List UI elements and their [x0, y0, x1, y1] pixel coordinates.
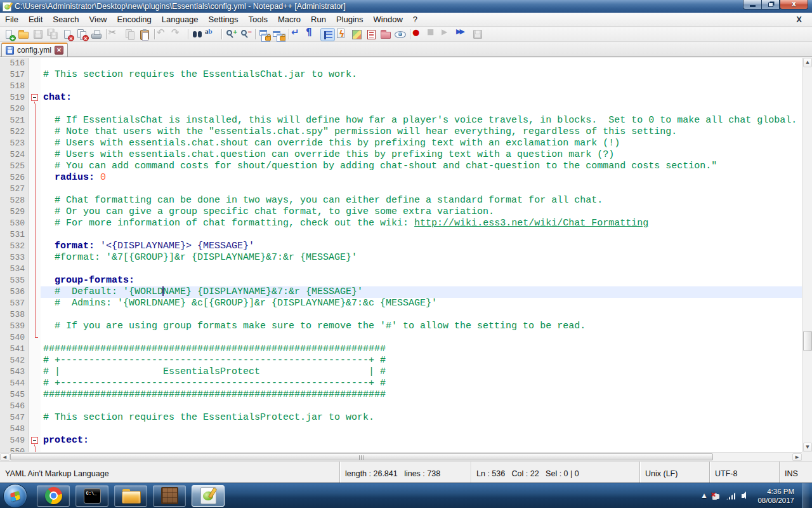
macro-save-button[interactable] — [471, 28, 485, 41]
code-line-549[interactable]: 549protect: — [0, 435, 802, 446]
code-line-529[interactable]: 529 # Or you can give a group specific c… — [0, 206, 802, 218]
new-file-button[interactable]: + — [2, 28, 16, 41]
document-map-button[interactable] — [350, 28, 364, 41]
menu-item-file[interactable]: File — [0, 13, 23, 26]
save-all-button[interactable] — [46, 28, 60, 41]
code-line-526[interactable]: 526 radius: 0 — [0, 172, 802, 184]
menu-item-settings[interactable]: Settings — [204, 13, 244, 26]
code-line-546[interactable]: 546 — [0, 401, 802, 412]
code-line-516[interactable]: 516 — [0, 58, 802, 69]
network-signal-icon[interactable] — [726, 492, 736, 500]
scroll-up-arrow[interactable]: ▲ — [803, 58, 812, 67]
document-close-button[interactable]: X — [792, 15, 806, 24]
code-line-547[interactable]: 547# This section requires the Essential… — [0, 412, 802, 424]
code-line-531[interactable]: 531 — [0, 229, 802, 241]
code-line-530[interactable]: 530 # For more information of chat forma… — [0, 218, 802, 229]
code-line-517[interactable]: 517# This section requires the Essential… — [0, 69, 802, 81]
code-line-548[interactable]: 548 — [0, 424, 802, 435]
code-line-527[interactable]: 527 — [0, 184, 802, 195]
close-all-button[interactable]: × — [75, 28, 89, 41]
code-line-532[interactable]: 532 format: '<{DISPLAYNAME}> {MESSAGE}' — [0, 241, 802, 252]
code-line-543[interactable]: 543# | EssentialsProtect | # — [0, 366, 802, 378]
clock[interactable]: 4:36 PM 08/08/2017 — [757, 487, 797, 505]
copy-button[interactable] — [123, 28, 138, 41]
code-line-534[interactable]: 534 — [0, 264, 802, 275]
code-line-522[interactable]: 522 # Note that users with the "essentia… — [0, 126, 802, 138]
volume-icon[interactable] — [742, 491, 752, 500]
scroll-down-arrow[interactable]: ▼ — [803, 443, 812, 452]
code-line-533[interactable]: 533 #format: '&7[{GROUP}]&r {DISPLAYNAME… — [0, 252, 802, 264]
zoom-in-button[interactable]: + — [224, 28, 239, 41]
menu-item-help[interactable]: ? — [408, 13, 422, 26]
code-lines[interactable]: 516517# This section requires the Essent… — [0, 58, 802, 452]
vertical-scrollbar[interactable]: ▲ ▼ — [802, 58, 812, 452]
document-list-button[interactable] — [364, 28, 379, 41]
function-list-button[interactable] — [335, 28, 350, 41]
code-line-524[interactable]: 524 # Users with essentials.chat.questio… — [0, 149, 802, 161]
close-button[interactable]: × — [60, 28, 75, 41]
code-line-523[interactable]: 523 # Users with essentials.chat.shout c… — [0, 138, 802, 149]
show-desktop-button[interactable] — [802, 483, 809, 508]
folder-as-workspace-button[interactable] — [379, 28, 393, 41]
code-line-518[interactable]: 518 — [0, 81, 802, 92]
tab-config-yml[interactable]: config.yml ✕ — [1, 43, 68, 57]
show-indent-guide-button[interactable] — [320, 28, 335, 41]
code-line-538[interactable]: 538 — [0, 309, 802, 321]
code-line-520[interactable]: 520 — [0, 104, 802, 115]
macro-playback-button[interactable]: ▶ — [442, 28, 456, 41]
menu-item-run[interactable]: Run — [306, 13, 331, 26]
file-monitoring-button[interactable] — [393, 28, 408, 41]
code-line-535[interactable]: 535 group-formats: — [0, 275, 802, 286]
vertical-scroll-thumb[interactable] — [803, 331, 812, 351]
macro-record-button[interactable]: ● — [412, 28, 427, 41]
open-file-button[interactable] — [16, 28, 31, 41]
taskbar-button-cmd[interactable] — [75, 485, 108, 507]
code-line-519[interactable]: 519chat: — [0, 92, 802, 104]
undo-button[interactable]: ↶ — [157, 28, 171, 41]
macro-run-multiple-button[interactable]: ▶▶ — [456, 28, 471, 41]
hidden-icons-button[interactable]: ▲ — [702, 493, 707, 498]
taskbar-button-chrome[interactable] — [37, 485, 70, 507]
menu-item-macro[interactable]: Macro — [273, 13, 306, 26]
minimize-button[interactable] — [743, 0, 761, 10]
code-line-536[interactable]: 536 # Default: '{WORLDNAME} {DISPLAYNAME… — [0, 286, 802, 298]
fold-collapse-icon[interactable] — [31, 94, 38, 101]
menu-item-view[interactable]: View — [84, 13, 112, 26]
tab-close-icon[interactable]: ✕ — [55, 46, 63, 55]
code-line-540[interactable]: 540 — [0, 332, 802, 344]
scroll-right-arrow[interactable]: ▶ — [792, 453, 802, 461]
taskbar-button-explorer[interactable] — [114, 485, 147, 507]
menu-item-search[interactable]: Search — [48, 13, 84, 26]
close-button[interactable]: X — [780, 0, 808, 10]
replace-button[interactable]: ab — [205, 28, 219, 41]
menu-item-edit[interactable]: Edit — [23, 13, 48, 26]
cut-button[interactable]: ✂ — [108, 28, 123, 41]
code-line-521[interactable]: 521 # If EssentialsChat is installed, th… — [0, 115, 802, 126]
code-line-537[interactable]: 537 # Admins: '{WORLDNAME} &c[{GROUP}]&r… — [0, 298, 802, 309]
macro-stop-button[interactable]: ■ — [427, 28, 442, 41]
code-line-544[interactable]: 544# +----------------------------------… — [0, 378, 802, 389]
horizontal-scroll-thumb[interactable] — [10, 453, 713, 460]
code-line-541[interactable]: 541#####################################… — [0, 344, 802, 355]
show-all-characters-button[interactable]: ¶ — [306, 28, 320, 41]
redo-button[interactable]: ↷ — [171, 28, 186, 41]
code-line-539[interactable]: 539 # If you are using group formats mak… — [0, 321, 802, 332]
paste-button[interactable] — [138, 28, 152, 41]
save-button[interactable] — [31, 28, 46, 41]
word-wrap-button[interactable]: ↵ — [291, 28, 306, 41]
restore-button[interactable] — [761, 0, 780, 10]
horizontal-scrollbar[interactable]: ◀ ▶ — [0, 452, 802, 461]
menu-item-tools[interactable]: Tools — [244, 13, 273, 26]
zoom-out-button[interactable]: − — [239, 28, 253, 41]
code-line-545[interactable]: 545#####################################… — [0, 389, 802, 401]
start-button[interactable] — [3, 484, 27, 508]
code-line-542[interactable]: 542# +----------------------------------… — [0, 355, 802, 366]
menu-item-encoding[interactable]: Encoding — [112, 13, 157, 26]
find-button[interactable] — [190, 28, 205, 41]
sync-scroll-vertical-button[interactable] — [258, 28, 272, 41]
code-line-528[interactable]: 528 # Chat formatting can be done in two… — [0, 195, 802, 206]
print-button[interactable] — [89, 28, 104, 41]
taskbar-button-minecraft[interactable] — [153, 485, 186, 507]
code-line-525[interactable]: 525 # You can add command costs for shou… — [0, 161, 802, 172]
menu-item-window[interactable]: Window — [369, 13, 408, 26]
